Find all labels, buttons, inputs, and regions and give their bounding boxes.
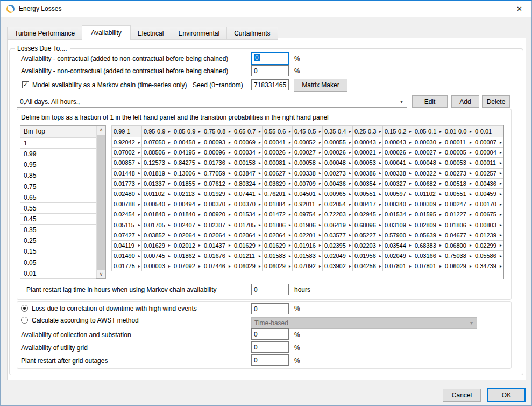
matrix-cell[interactable]: 0.03852▸ bbox=[142, 230, 172, 240]
matrix-cell[interactable]: 0.00007▸ bbox=[473, 137, 503, 148]
matrix-cell[interactable]: 0.01916▸ bbox=[293, 240, 323, 250]
matrix-cell[interactable]: 0.00041▸ bbox=[263, 137, 293, 148]
matrix-cell[interactable]: 0.01102▸ bbox=[142, 188, 172, 199]
matrix-cell[interactable]: 0.00158▸ bbox=[232, 158, 263, 168]
scrollbar-thumb[interactable] bbox=[97, 135, 105, 270]
bin-top-row[interactable]: 0.05 bbox=[20, 257, 96, 268]
loss-correlation-radio[interactable] bbox=[21, 305, 28, 312]
seed-input[interactable] bbox=[251, 79, 289, 90]
matrix-cell[interactable]: 0.01956▸ bbox=[353, 251, 383, 261]
matrix-cell[interactable]: 0.00597▸ bbox=[383, 188, 413, 199]
matrix-cell[interactable]: 0.00518▸ bbox=[443, 178, 473, 188]
matrix-cell[interactable]: 0.00273▸ bbox=[323, 168, 353, 178]
matrix-cell[interactable]: 0.00370▸ bbox=[232, 199, 263, 209]
contractual-input[interactable]: 0 bbox=[251, 52, 289, 65]
matrix-cell[interactable]: 0.00458▸ bbox=[172, 137, 202, 148]
matrix-cell[interactable]: 0.00170▸ bbox=[473, 199, 503, 209]
profile-combobox[interactable]: 0,All days. All hours., ▾ bbox=[17, 96, 407, 108]
matrix-cell[interactable]: 0.02012▸ bbox=[172, 240, 202, 250]
matrix-cell[interactable]: 0.02395▸ bbox=[323, 240, 353, 250]
matrix-cell[interactable]: 0.00417▸ bbox=[353, 199, 383, 209]
matrix-cell[interactable]: 0.02054▸ bbox=[323, 199, 353, 209]
matrix-cell[interactable]: 0.00058▸ bbox=[293, 158, 323, 168]
matrix-cell[interactable]: 0.07092▸ bbox=[172, 261, 202, 271]
matrix-cell[interactable]: 0.03902▸ bbox=[323, 261, 353, 271]
matrix-cell[interactable]: 0.57900▸ bbox=[383, 230, 413, 240]
matrix-col-header[interactable]: 0.99-1 bbox=[112, 126, 142, 137]
matrix-cell[interactable]: 0.04677▸ bbox=[443, 230, 473, 240]
matrix-cell[interactable]: 0.01676▸ bbox=[202, 251, 232, 261]
matrix-cell[interactable]: 0.02407▸ bbox=[172, 220, 202, 230]
matrix-cell[interactable]: 0.01775▸ bbox=[112, 261, 142, 271]
bin-top-row[interactable]: 0.75 bbox=[20, 181, 96, 192]
matrix-cell[interactable]: 0.00257▸ bbox=[473, 168, 503, 178]
matrix-cell[interactable]: 0.00436▸ bbox=[473, 178, 503, 188]
bin-top-row[interactable]: 0.85 bbox=[20, 170, 96, 181]
matrix-cell[interactable]: 0.00027▸ bbox=[293, 148, 323, 158]
ok-button[interactable]: OK bbox=[487, 388, 526, 402]
matrix-cell[interactable]: 0.01929▸ bbox=[202, 188, 232, 199]
noncontractual-input[interactable] bbox=[251, 65, 289, 76]
matrix-cell[interactable]: 0.01840▸ bbox=[142, 209, 172, 220]
matrix-cell[interactable]: 0.00309▸ bbox=[413, 199, 443, 209]
matrix-cell[interactable]: 0.01583▸ bbox=[263, 251, 293, 261]
matrix-cell[interactable]: 0.06029▸ bbox=[263, 261, 293, 271]
matrix-cell[interactable]: 0.00048▸ bbox=[323, 158, 353, 168]
matrix-col-header[interactable]: 0.25-0.3▸ bbox=[353, 126, 383, 137]
matrix-cell[interactable]: 0.00096▸ bbox=[202, 148, 232, 158]
matrix-cell[interactable]: 0.80324▸ bbox=[232, 178, 263, 188]
matrix-col-header[interactable]: 0.15-0.2▸ bbox=[383, 126, 413, 137]
matrix-cell[interactable]: 0.00788▸ bbox=[112, 199, 142, 209]
matrix-cell[interactable]: 0.00709▸ bbox=[293, 178, 323, 188]
matrix-cell[interactable]: 0.00034▸ bbox=[232, 148, 263, 158]
matrix-cell[interactable]: 0.01819▸ bbox=[142, 168, 172, 178]
edit-button[interactable]: Edit bbox=[412, 95, 448, 108]
matrix-cell[interactable]: 0.05639▸ bbox=[413, 230, 443, 240]
matrix-cell[interactable]: 0.00069▸ bbox=[232, 137, 263, 148]
matrix-cell[interactable]: 0.01705▸ bbox=[142, 220, 172, 230]
bin-top-header[interactable]: Bin Top bbox=[20, 126, 96, 138]
matrix-cell[interactable]: 0.04501▸ bbox=[293, 188, 323, 199]
matrix-cell[interactable]: 0.07441▸ bbox=[232, 188, 263, 199]
matrix-cell[interactable]: 0.01448▸ bbox=[112, 168, 142, 178]
markov-checkbox[interactable]: ✓ bbox=[22, 81, 29, 88]
matrix-col-header[interactable]: 0-0.01 bbox=[473, 126, 503, 137]
matrix-cell[interactable]: 0.00026▸ bbox=[263, 148, 293, 158]
bin-top-row[interactable]: 0.25 bbox=[20, 235, 96, 246]
matrix-cell[interactable]: 0.02201▸ bbox=[293, 230, 323, 240]
matrix-cell[interactable]: 0.07612▸ bbox=[202, 178, 232, 188]
matrix-cell[interactable]: 0.00540▸ bbox=[142, 199, 172, 209]
matrix-cell[interactable]: 0.00273▸ bbox=[443, 168, 473, 178]
bin-top-row[interactable]: 0.15 bbox=[20, 246, 96, 257]
matrix-cell[interactable]: 0.00627▸ bbox=[263, 168, 293, 178]
matrix-cell[interactable]: 0.00004▸ bbox=[473, 148, 503, 158]
matrix-cell[interactable]: 0.00551▸ bbox=[443, 188, 473, 199]
matrix-cell[interactable]: 0.75038▸ bbox=[443, 251, 473, 261]
matrix-cell[interactable]: 0.00436▸ bbox=[323, 178, 353, 188]
matrix-cell[interactable]: 0.92042▸ bbox=[112, 137, 142, 148]
tab-availability[interactable]: Availability bbox=[82, 25, 130, 40]
matrix-col-header[interactable]: 0.35-0.4▸ bbox=[323, 126, 353, 137]
matrix-cell[interactable]: 0.00322▸ bbox=[413, 168, 443, 178]
matrix-cell[interactable]: 0.02049▸ bbox=[323, 251, 353, 261]
matrix-cell[interactable]: 0.00053▸ bbox=[353, 158, 383, 168]
matrix-cell[interactable]: 0.01534▸ bbox=[383, 209, 413, 220]
matrix-col-header[interactable]: 0.75-0.8▸ bbox=[202, 126, 232, 137]
matrix-cell[interactable]: 0.02064▸ bbox=[232, 230, 263, 240]
matrix-cell[interactable]: 0.02454▸ bbox=[112, 209, 142, 220]
matrix-cell[interactable]: 0.00052▸ bbox=[293, 137, 323, 148]
matrix-cell[interactable]: 0.07002▸ bbox=[112, 148, 142, 158]
matrix-cell[interactable]: 0.01227▸ bbox=[443, 209, 473, 220]
matrix-cell[interactable]: 0.01862▸ bbox=[172, 251, 202, 261]
matrix-cell[interactable]: 0.00338▸ bbox=[293, 168, 323, 178]
matrix-cell[interactable]: 0.02064▸ bbox=[202, 230, 232, 240]
matrix-cell[interactable]: 0.01583▸ bbox=[293, 251, 323, 261]
matrix-cell[interactable]: 0.03109▸ bbox=[383, 220, 413, 230]
matrix-cell[interactable]: 0.01806▸ bbox=[263, 220, 293, 230]
matrix-cell[interactable]: 0.00053▸ bbox=[443, 158, 473, 168]
matrix-cell[interactable]: 0.34739▸ bbox=[473, 261, 503, 271]
bin-top-row[interactable]: 0.55 bbox=[20, 203, 96, 214]
matrix-cell[interactable]: 0.00551▸ bbox=[353, 188, 383, 199]
matrix-cell[interactable]: 0.92011▸ bbox=[293, 199, 323, 209]
matrix-col-header[interactable]: 0.85-0.9▸ bbox=[172, 126, 202, 137]
